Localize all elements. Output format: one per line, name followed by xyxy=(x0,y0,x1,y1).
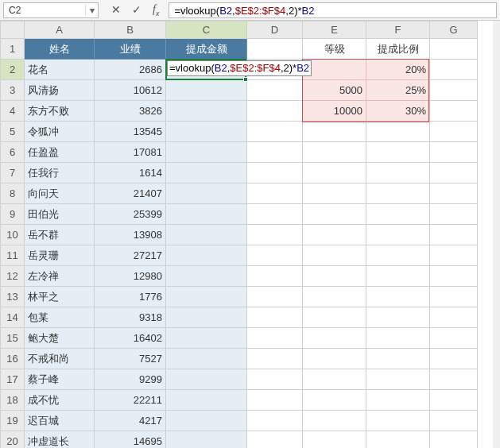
cell[interactable] xyxy=(430,349,478,369)
cell[interactable] xyxy=(366,204,430,225)
cell[interactable]: 林平之 xyxy=(25,287,95,307)
row-header[interactable]: 12 xyxy=(1,266,25,287)
cell[interactable]: 14695 xyxy=(95,431,166,449)
col-header-A[interactable]: A xyxy=(25,21,95,39)
cell[interactable]: 风清扬 xyxy=(25,80,95,101)
cell[interactable]: 花名 xyxy=(25,60,95,80)
cell[interactable] xyxy=(247,183,303,204)
cell[interactable] xyxy=(366,183,430,204)
col-header-F[interactable]: F xyxy=(366,21,430,39)
row-header[interactable]: 18 xyxy=(1,390,25,411)
cell[interactable] xyxy=(303,349,366,369)
cell[interactable] xyxy=(303,183,366,204)
cell[interactable] xyxy=(166,266,247,287)
cell[interactable] xyxy=(430,39,478,60)
name-box-dropdown-icon[interactable]: ▾ xyxy=(85,5,98,16)
name-box[interactable]: C2 ▾ xyxy=(3,2,99,18)
cell[interactable]: 成不忧 xyxy=(25,390,95,411)
cell[interactable]: 岳不群 xyxy=(25,225,95,245)
row-header[interactable]: 14 xyxy=(1,307,25,328)
cell[interactable] xyxy=(430,122,478,142)
vertical-scrollbar[interactable] xyxy=(493,21,500,448)
cell[interactable]: 蔡子峰 xyxy=(25,369,95,390)
cell[interactable]: 4217 xyxy=(95,411,166,431)
cell[interactable]: 3826 xyxy=(95,101,166,122)
row-header[interactable]: 19 xyxy=(1,411,25,431)
cell[interactable]: 25399 xyxy=(95,204,166,225)
cell[interactable] xyxy=(430,266,478,287)
row-header[interactable]: 9 xyxy=(1,204,25,225)
cell[interactable]: 25% xyxy=(366,80,430,101)
cell[interactable] xyxy=(366,287,430,307)
cell[interactable] xyxy=(366,245,430,266)
cell[interactable]: 17081 xyxy=(95,142,166,163)
cell[interactable] xyxy=(247,163,303,183)
confirm-icon[interactable]: ✓ xyxy=(132,3,141,16)
cell[interactable]: 13545 xyxy=(95,122,166,142)
cell[interactable] xyxy=(166,225,247,245)
cell[interactable]: 5000 xyxy=(303,80,366,101)
cell[interactable] xyxy=(166,431,247,449)
select-all-corner[interactable] xyxy=(1,21,25,39)
cell[interactable]: 20% xyxy=(366,60,430,80)
row-header[interactable]: 16 xyxy=(1,349,25,369)
row-header[interactable]: 8 xyxy=(1,183,25,204)
cell[interactable] xyxy=(430,183,478,204)
cell[interactable] xyxy=(366,369,430,390)
cell[interactable] xyxy=(303,287,366,307)
cell[interactable] xyxy=(247,142,303,163)
col-header-D[interactable]: D xyxy=(247,21,303,39)
row-header[interactable]: 15 xyxy=(1,328,25,349)
cell[interactable] xyxy=(430,204,478,225)
cell[interactable] xyxy=(430,142,478,163)
cell[interactable] xyxy=(366,163,430,183)
row-header[interactable]: 1 xyxy=(1,39,25,60)
cell[interactable]: 2686 xyxy=(95,60,166,80)
cell[interactable]: 1776 xyxy=(95,287,166,307)
cell[interactable]: 13908 xyxy=(95,225,166,245)
cell[interactable] xyxy=(247,349,303,369)
cell[interactable] xyxy=(430,60,478,80)
cell[interactable] xyxy=(247,204,303,225)
cell[interactable] xyxy=(166,390,247,411)
cell[interactable] xyxy=(166,204,247,225)
cell[interactable] xyxy=(303,163,366,183)
cell[interactable] xyxy=(303,328,366,349)
cell[interactable] xyxy=(303,369,366,390)
cell[interactable]: 提成比例 xyxy=(366,39,430,60)
cell[interactable] xyxy=(166,287,247,307)
cell[interactable] xyxy=(247,287,303,307)
cell[interactable]: 27217 xyxy=(95,245,166,266)
cell[interactable] xyxy=(303,204,366,225)
cell[interactable] xyxy=(366,266,430,287)
cell[interactable] xyxy=(366,142,430,163)
cell[interactable] xyxy=(247,390,303,411)
cell[interactable] xyxy=(430,328,478,349)
cell[interactable] xyxy=(166,411,247,431)
row-header[interactable]: 2 xyxy=(1,60,25,80)
cell[interactable] xyxy=(247,39,303,60)
cell[interactable] xyxy=(303,266,366,287)
cell[interactable] xyxy=(366,225,430,245)
cell[interactable]: 10000 xyxy=(303,101,366,122)
cell[interactable] xyxy=(247,225,303,245)
formula-bar[interactable]: =vlookup(B2,$E$2:$F$4,2)*B2 xyxy=(169,2,497,18)
cell[interactable] xyxy=(366,307,430,328)
cell[interactable] xyxy=(303,122,366,142)
cell[interactable] xyxy=(247,369,303,390)
cell[interactable] xyxy=(303,307,366,328)
cell-inline-editor[interactable]: =vlookup(B2,$E$2:$F$4,2)*B2 xyxy=(167,60,312,76)
row-header[interactable]: 7 xyxy=(1,163,25,183)
cell[interactable]: 姓名 xyxy=(25,39,95,60)
cell[interactable] xyxy=(430,163,478,183)
cell[interactable] xyxy=(166,307,247,328)
cell[interactable] xyxy=(366,349,430,369)
cell[interactable] xyxy=(166,328,247,349)
cell[interactable] xyxy=(303,390,366,411)
row-header[interactable]: 6 xyxy=(1,142,25,163)
spreadsheet-grid[interactable]: A B C D E F G 1 姓名 业绩 提成金额 等级 提成比例 2 花名 … xyxy=(0,21,500,448)
cell[interactable] xyxy=(430,411,478,431)
row-header[interactable]: 10 xyxy=(1,225,25,245)
cell[interactable]: 10612 xyxy=(95,80,166,101)
cell[interactable] xyxy=(247,101,303,122)
